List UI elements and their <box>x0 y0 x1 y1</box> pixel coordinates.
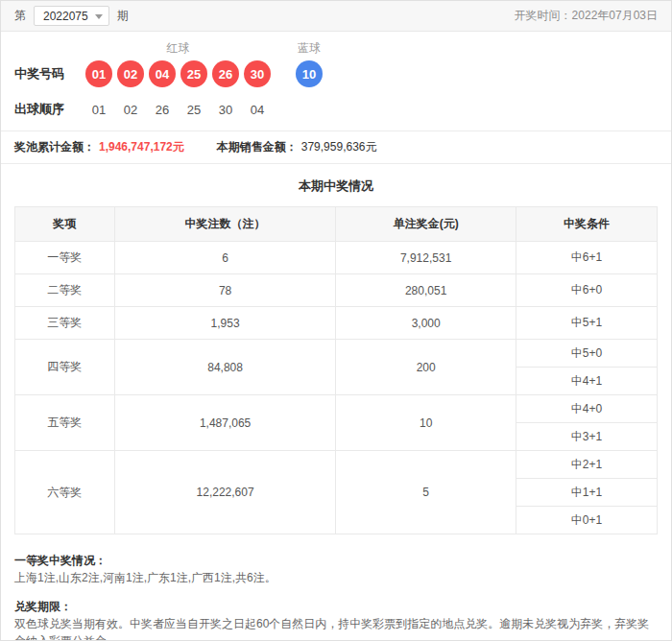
condition-cell: 中1+1 <box>516 479 657 507</box>
table-row: 二等奖78280,051中6+0 <box>15 274 658 307</box>
draw-time-label: 开奖时间： <box>515 9 572 22</box>
red-ball-group-label: 红球 <box>85 40 271 57</box>
draw-order-numbers: 010226253004 <box>85 103 271 117</box>
amount-cell: 7,912,531 <box>336 242 516 274</box>
period-suffix-label: 期 <box>117 8 129 24</box>
condition-cell: 中5+0 <box>516 340 657 368</box>
table-title: 本期中奖情况 <box>14 164 658 206</box>
table-header-cell: 中奖注数（注） <box>114 207 336 242</box>
prize-cell: 四等奖 <box>15 340 115 395</box>
condition-cell: 中6+1 <box>516 242 657 274</box>
table-row: 四等奖84,808200中5+0 <box>15 340 658 368</box>
prize-table: 奖项中奖注数（注）单注奖金(元)中奖条件 一等奖67,912,531中6+1二等… <box>14 206 658 534</box>
prize-table-section: 本期中奖情况 奖项中奖注数（注）单注奖金(元)中奖条件 一等奖67,912,53… <box>1 164 671 534</box>
red-ball: 26 <box>212 60 239 87</box>
condition-cell: 中4+1 <box>516 368 657 395</box>
redeem-note-detail: 双色球兑奖当期有效。中奖者应当自开奖之日起60个自然日内，持中奖彩票到指定的地点… <box>14 615 658 641</box>
red-ball: 30 <box>244 60 271 87</box>
count-cell: 78 <box>114 274 336 307</box>
amount-cell: 5 <box>336 451 516 534</box>
table-row: 五等奖1,487,06510中4+0 <box>15 395 658 423</box>
blue-ball-group-label: 蓝球 <box>296 40 323 57</box>
table-header-cell: 奖项 <box>15 207 115 242</box>
prize-cell: 五等奖 <box>15 395 115 451</box>
amount-cell: 3,000 <box>336 307 516 340</box>
winning-numbers-row: 中奖号码 010204252630 10 <box>1 59 671 88</box>
condition-cell: 中4+0 <box>516 395 657 423</box>
count-cell: 6 <box>114 242 336 274</box>
red-balls: 010204252630 <box>85 60 271 87</box>
table-row: 一等奖67,912,531中6+1 <box>15 242 658 274</box>
draw-order-row: 出球顺序 010226253004 <box>1 100 671 119</box>
first-prize-note-detail: 上海1注,山东2注,河南1注,广东1注,广西1注,共6注。 <box>14 569 658 586</box>
table-header-cell: 中奖条件 <box>516 207 657 242</box>
chevron-down-icon <box>95 14 103 19</box>
notes-section: 一等奖中奖情况： 上海1注,山东2注,河南1注,广东1注,广西1注,共6注。 兑… <box>1 534 671 641</box>
lottery-results-page: 第 2022075 期 开奖时间：2022年07月03日 红球 蓝球 中奖号码 … <box>0 0 672 641</box>
draw-time-value: 2022年07月03日 <box>572 9 658 22</box>
sales-value: 379,959,636元 <box>301 139 377 155</box>
period-prefix-label: 第 <box>14 8 26 24</box>
numbers-section: 红球 蓝球 中奖号码 010204252630 10 出球顺序 01022625… <box>1 32 671 131</box>
count-cell: 84,808 <box>114 340 336 395</box>
amount-cell: 10 <box>336 395 516 451</box>
ball-type-labels-row: 红球 蓝球 <box>1 39 671 57</box>
condition-cell: 中2+1 <box>516 451 657 479</box>
draw-order-number: 04 <box>244 103 271 117</box>
condition-cell: 中0+1 <box>516 507 657 534</box>
count-cell: 1,487,065 <box>114 395 336 451</box>
amount-cell: 280,051 <box>336 274 516 307</box>
condition-cell: 中3+1 <box>516 423 657 451</box>
amount-cell: 200 <box>336 340 516 395</box>
first-prize-note-title: 一等奖中奖情况： <box>14 552 658 569</box>
draw-order-number: 25 <box>180 103 207 117</box>
topbar: 第 2022075 期 开奖时间：2022年07月03日 <box>1 1 671 32</box>
draw-time: 开奖时间：2022年07月03日 <box>515 8 658 24</box>
prize-table-body: 一等奖67,912,531中6+1二等奖78280,051中6+0三等奖1,95… <box>15 242 658 534</box>
draw-order-number: 01 <box>85 103 112 117</box>
prize-cell: 一等奖 <box>15 242 115 274</box>
count-cell: 12,222,607 <box>114 451 336 534</box>
draw-order-number: 26 <box>149 103 176 117</box>
winning-numbers-label: 中奖号码 <box>1 65 85 83</box>
prize-cell: 三等奖 <box>15 307 115 340</box>
period-select-value: 2022075 <box>43 10 88 23</box>
prize-cell: 六等奖 <box>15 451 115 534</box>
pool-bar: 奖池累计金额： 1,946,747,172元 本期销售金额： 379,959,6… <box>1 131 671 164</box>
table-row: 六等奖12,222,6075中2+1 <box>15 451 658 479</box>
period-select[interactable]: 2022075 <box>34 6 109 26</box>
draw-order-label: 出球顺序 <box>1 101 85 118</box>
red-ball: 04 <box>149 60 176 87</box>
draw-order-number: 30 <box>212 103 239 117</box>
condition-cell: 中5+1 <box>516 307 657 340</box>
red-ball: 01 <box>85 60 112 87</box>
jackpot-value: 1,946,747,172元 <box>99 139 184 155</box>
blue-ball: 10 <box>296 60 323 87</box>
draw-order-number: 02 <box>117 103 144 117</box>
jackpot-label: 奖池累计金额： <box>14 139 95 155</box>
sales-label: 本期销售金额： <box>217 139 298 155</box>
condition-cell: 中6+0 <box>516 274 657 307</box>
count-cell: 1,953 <box>114 307 336 340</box>
table-row: 三等奖1,9533,000中5+1 <box>15 307 658 340</box>
redeem-note-title: 兑奖期限： <box>14 598 658 615</box>
red-ball: 25 <box>180 60 207 87</box>
period-selector-group: 第 2022075 期 <box>14 6 129 26</box>
table-header-cell: 单注奖金(元) <box>336 207 516 242</box>
prize-cell: 二等奖 <box>15 274 115 307</box>
table-header-row: 奖项中奖注数（注）单注奖金(元)中奖条件 <box>15 207 658 242</box>
red-ball: 02 <box>117 60 144 87</box>
